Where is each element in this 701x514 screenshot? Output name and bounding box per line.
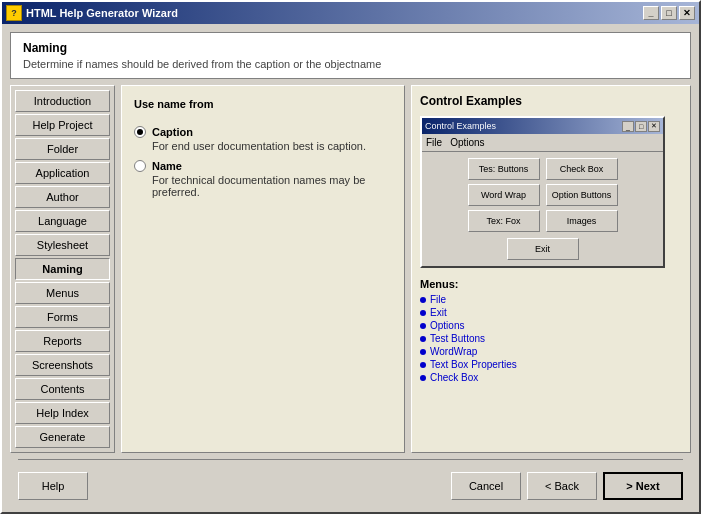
title-controls: _ □ ✕ [643, 6, 695, 20]
close-button[interactable]: ✕ [679, 6, 695, 20]
nav-author[interactable]: Author [15, 186, 110, 208]
mini-btn-test-buttons[interactable]: Tes: Buttons [468, 158, 540, 180]
menu-item-test-buttons[interactable]: Test Buttons [430, 333, 485, 344]
list-item: Test Buttons [420, 333, 682, 344]
mini-body: Tes: Buttons Check Box Word Wrap Option … [422, 152, 663, 266]
nav-stylesheet[interactable]: Stylesheet [15, 234, 110, 256]
nav-language[interactable]: Language [15, 210, 110, 232]
mini-close[interactable]: ✕ [648, 121, 660, 132]
mini-btn-tex-fox[interactable]: Tex: Fox [468, 210, 540, 232]
bullet-icon [420, 349, 426, 355]
nav-introduction[interactable]: Introduction [15, 90, 110, 112]
bullet-icon [420, 362, 426, 368]
mini-minimize[interactable]: _ [622, 121, 634, 132]
name-radio-row: Name [134, 160, 392, 172]
menu-item-wordwrap[interactable]: WordWrap [430, 346, 477, 357]
name-radio[interactable] [134, 160, 146, 172]
nav-contents[interactable]: Contents [15, 378, 110, 400]
nav-naming[interactable]: Naming [15, 258, 110, 280]
mini-menu-options[interactable]: Options [450, 137, 484, 148]
use-name-label: Use name from [134, 98, 392, 110]
nav-panel: Introduction Help Project Folder Applica… [10, 85, 115, 453]
bullet-icon [420, 323, 426, 329]
header-title: Naming [23, 41, 678, 55]
mini-title-text: Control Examples [425, 121, 496, 131]
divider [18, 459, 683, 460]
name-label: Name [152, 160, 182, 172]
mini-menu-file[interactable]: File [426, 137, 442, 148]
minimize-button[interactable]: _ [643, 6, 659, 20]
right-panel: Control Examples Control Examples _ □ ✕ [411, 85, 691, 453]
menu-item-check-box[interactable]: Check Box [430, 372, 478, 383]
list-item: Options [420, 320, 682, 331]
menu-item-exit[interactable]: Exit [430, 307, 447, 318]
menu-item-file[interactable]: File [430, 294, 446, 305]
bottom-left: Help [18, 472, 88, 500]
mini-btn-check-box[interactable]: Check Box [546, 158, 618, 180]
center-panel: Use name from Caption For end user docum… [121, 85, 405, 453]
caption-radio-row: Caption [134, 126, 392, 138]
right-panel-content[interactable]: Control Examples Control Examples _ □ ✕ [412, 86, 690, 452]
list-item: File [420, 294, 682, 305]
mini-window: Control Examples _ □ ✕ File Options [420, 116, 665, 268]
next-button[interactable]: > Next [603, 472, 683, 500]
bullet-icon [420, 310, 426, 316]
help-button[interactable]: Help [18, 472, 88, 500]
caption-label: Caption [152, 126, 193, 138]
mini-button-row-2: Word Wrap Option Buttons [428, 184, 657, 206]
mini-title-bar: Control Examples _ □ ✕ [422, 118, 663, 134]
mini-menu-bar: File Options [422, 134, 663, 152]
caption-option: Caption For end user documentation best … [134, 126, 392, 152]
name-desc: For technical documentation names may be… [152, 174, 392, 198]
menu-item-textbox-props[interactable]: Text Box Properties [430, 359, 517, 370]
mini-btn-word-wrap[interactable]: Word Wrap [468, 184, 540, 206]
nav-menus[interactable]: Menus [15, 282, 110, 304]
mini-button-row-3: Tex: Fox Images [428, 210, 657, 232]
name-option: Name For technical documentation names m… [134, 160, 392, 198]
cancel-button[interactable]: Cancel [451, 472, 521, 500]
menu-item-options[interactable]: Options [430, 320, 464, 331]
list-item: WordWrap [420, 346, 682, 357]
caption-desc: For end user documentation best is capti… [152, 140, 392, 152]
main-section: Introduction Help Project Folder Applica… [10, 85, 691, 453]
menus-section: Menus: File Exit [420, 278, 682, 383]
nav-folder[interactable]: Folder [15, 138, 110, 160]
control-examples-title: Control Examples [420, 94, 682, 108]
mini-maximize[interactable]: □ [635, 121, 647, 132]
nav-screenshots[interactable]: Screenshots [15, 354, 110, 376]
mini-btn-option-buttons[interactable]: Option Buttons [546, 184, 618, 206]
main-window: ? HTML Help Generator Wizard _ □ ✕ Namin… [0, 0, 701, 514]
radio-group: Caption For end user documentation best … [134, 126, 392, 198]
maximize-button[interactable]: □ [661, 6, 677, 20]
bottom-right: Cancel < Back > Next [451, 472, 683, 500]
menus-title: Menus: [420, 278, 682, 290]
back-button[interactable]: < Back [527, 472, 597, 500]
list-item: Text Box Properties [420, 359, 682, 370]
bottom-bar: Help Cancel < Back > Next [10, 466, 691, 506]
nav-generate[interactable]: Generate [15, 426, 110, 448]
window-icon: ? [6, 5, 22, 21]
mini-title-controls: _ □ ✕ [622, 121, 660, 132]
caption-radio[interactable] [134, 126, 146, 138]
bullet-icon [420, 297, 426, 303]
header-subtitle: Determine if names should be derived fro… [23, 58, 678, 70]
list-item: Exit [420, 307, 682, 318]
content-area: Naming Determine if names should be deri… [2, 24, 699, 514]
title-bar: ? HTML Help Generator Wizard _ □ ✕ [2, 2, 699, 24]
window-title: HTML Help Generator Wizard [26, 7, 178, 19]
menu-item-list: File Exit Options [420, 294, 682, 383]
header-section: Naming Determine if names should be deri… [10, 32, 691, 79]
nav-application[interactable]: Application [15, 162, 110, 184]
nav-help-index[interactable]: Help Index [15, 402, 110, 424]
bullet-icon [420, 336, 426, 342]
nav-forms[interactable]: Forms [15, 306, 110, 328]
nav-help-project[interactable]: Help Project [15, 114, 110, 136]
nav-reports[interactable]: Reports [15, 330, 110, 352]
mini-button-row-1: Tes: Buttons Check Box [428, 158, 657, 180]
mini-exit-row: Exit [428, 238, 657, 260]
mini-btn-exit[interactable]: Exit [507, 238, 579, 260]
list-item: Check Box [420, 372, 682, 383]
title-bar-left: ? HTML Help Generator Wizard [6, 5, 178, 21]
bullet-icon [420, 375, 426, 381]
mini-btn-images[interactable]: Images [546, 210, 618, 232]
